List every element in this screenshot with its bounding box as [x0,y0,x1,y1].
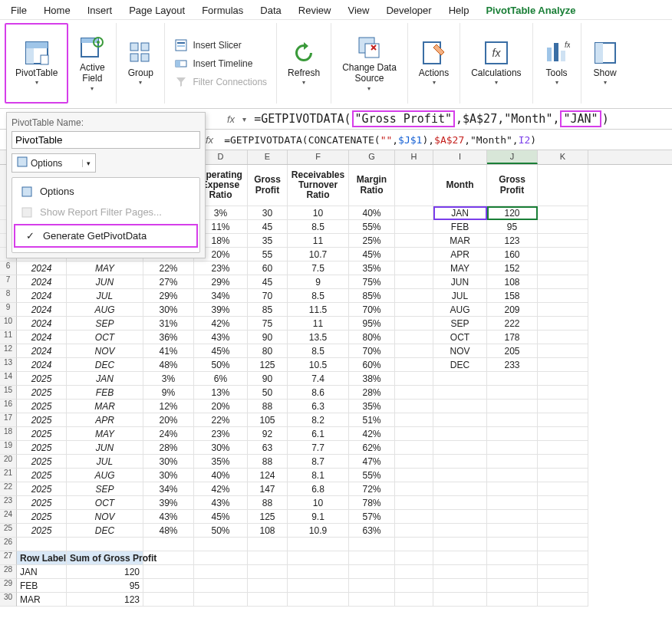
cell[interactable]: 80 [248,344,288,358]
cell[interactable]: 27% [143,275,194,289]
cell[interactable] [487,441,538,455]
cell[interactable] [395,510,433,524]
cell[interactable]: 2024 [17,275,67,289]
cell[interactable] [395,248,433,261]
cell[interactable] [395,275,433,289]
cell[interactable] [349,579,395,593]
cell[interactable]: 70 [248,289,288,303]
cell[interactable] [194,551,248,565]
cell[interactable]: JUL [433,289,487,303]
cell[interactable] [395,220,433,234]
cell[interactable]: SEP [67,482,143,496]
cell[interactable] [194,538,248,551]
options-dropdown-button[interactable]: Options ▾ [12,153,96,173]
cell[interactable]: 2024 [17,331,67,344]
cell[interactable] [538,455,588,469]
cell[interactable] [538,372,588,386]
cell[interactable]: 28% [143,441,194,455]
cell[interactable]: 30% [194,441,248,455]
cell[interactable]: 7.7 [288,441,349,455]
row-header[interactable]: 13 [0,358,17,372]
row-header[interactable]: 12 [0,344,17,358]
cell[interactable] [487,413,538,427]
refresh-button[interactable]: Refresh ▾ [283,37,324,90]
cell[interactable]: 2025 [17,372,67,386]
tab-developer[interactable]: Developer [383,3,434,18]
row-header[interactable]: 16 [0,400,17,413]
cell[interactable] [538,248,588,261]
cell[interactable]: 2024 [17,289,67,303]
cell[interactable] [433,565,487,579]
cell[interactable]: JUN [433,275,487,289]
cell[interactable]: 31% [143,317,194,331]
row-header[interactable]: 29 [0,579,17,593]
cell[interactable] [248,565,288,579]
cell[interactable]: 2024 [17,261,67,275]
cell[interactable] [538,220,588,234]
cell[interactable]: AUG [433,303,487,317]
cell[interactable] [487,427,538,441]
cell[interactable]: 10.9 [288,524,349,538]
cell[interactable]: 13.5 [288,331,349,344]
cell[interactable] [433,386,487,400]
cell[interactable]: MAY [67,427,143,441]
cell[interactable] [487,496,538,510]
cell[interactable]: NOV [67,510,143,524]
cell[interactable] [395,579,433,593]
row-header[interactable]: 21 [0,469,17,482]
cell[interactable]: 6.8 [288,482,349,496]
cell[interactable]: MAR [433,234,487,248]
cell[interactable]: 88 [248,455,288,469]
cell[interactable]: OCT [67,496,143,510]
cell[interactable] [395,400,433,413]
cell[interactable]: 108 [487,275,538,289]
cell[interactable]: 42% [349,427,395,441]
cell[interactable] [349,565,395,579]
cell[interactable]: APR [433,248,487,261]
cell[interactable]: DEC [67,358,143,372]
cell[interactable]: 10 [288,206,349,220]
cell[interactable]: 62% [349,441,395,455]
cell[interactable]: 2025 [17,413,67,427]
header-cell[interactable] [538,165,588,206]
tab-file[interactable]: File [8,3,30,18]
tab-formulas[interactable]: Formulas [199,3,246,18]
cell[interactable]: 70% [349,344,395,358]
cell[interactable]: 55 [248,248,288,261]
cell[interactable]: 10.7 [288,248,349,261]
row-header[interactable]: 22 [0,482,17,496]
cell[interactable]: 8.2 [288,413,349,427]
cell[interactable]: 209 [487,303,538,317]
cell[interactable]: JUL [67,289,143,303]
cell[interactable]: 9 [288,275,349,289]
cell[interactable] [395,289,433,303]
cell[interactable]: 10 [288,496,349,510]
cell[interactable]: 28% [349,386,395,400]
chevron-down-icon[interactable]: ▾ [242,115,246,123]
row-header[interactable]: 20 [0,455,17,469]
cell[interactable] [395,261,433,275]
cell[interactable]: 2024 [17,303,67,317]
row-header[interactable]: 11 [0,331,17,344]
cell[interactable]: 57% [349,510,395,524]
pivot-row-labels[interactable]: Row Labels▾ [17,551,67,565]
actions-button[interactable]: Actions ▾ [414,37,453,90]
cell[interactable]: AUG [67,469,143,482]
cell[interactable]: 22% [194,413,248,427]
cell[interactable] [395,565,433,579]
row-header[interactable]: 8 [0,289,17,303]
cell[interactable] [433,524,487,538]
pivottable-button[interactable]: PivotTable ▾ [11,37,62,90]
cell[interactable]: JUN [67,441,143,455]
tab-home[interactable]: Home [41,3,74,18]
cell[interactable] [349,551,395,565]
cell[interactable] [395,386,433,400]
cell[interactable] [538,482,588,496]
cell[interactable]: 43% [194,331,248,344]
cell[interactable]: 23% [194,427,248,441]
tools-button[interactable]: fx Tools ▾ [539,37,575,90]
cell[interactable] [433,469,487,482]
cell[interactable]: 2025 [17,510,67,524]
cell[interactable] [395,469,433,482]
cell[interactable]: 11.5 [288,303,349,317]
